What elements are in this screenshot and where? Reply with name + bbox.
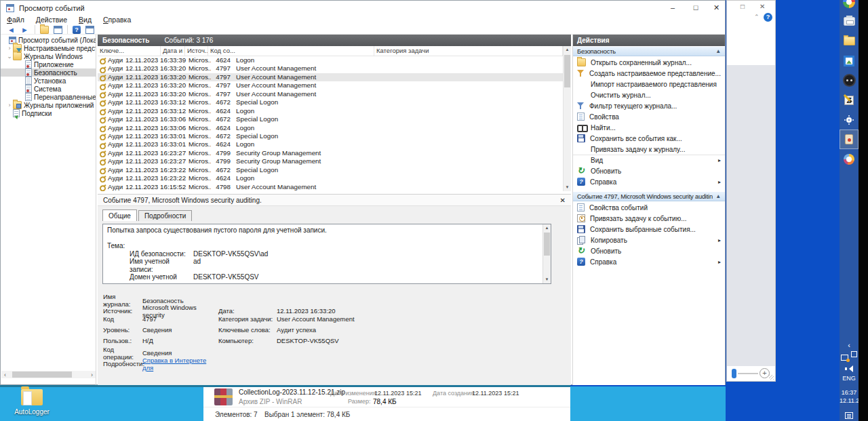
- collapse-icon[interactable]: ▲: [715, 48, 721, 54]
- action-refresh-event[interactable]: Обновить: [573, 245, 725, 256]
- tray-chevron-icon[interactable]: ‹: [840, 341, 859, 349]
- scrollbar-thumb[interactable]: [564, 55, 570, 87]
- menu-help[interactable]: Справка: [103, 16, 131, 24]
- action-event-properties[interactable]: Свойства событий: [573, 202, 725, 213]
- maximize-icon[interactable]: □: [741, 3, 745, 10]
- event-viewer-taskbar-icon[interactable]: [840, 129, 859, 149]
- column-header[interactable]: Ключе...: [98, 46, 161, 56]
- event-row[interactable]: Ауди... 12.11.2023 16:15:52 Micros... 47…: [98, 183, 563, 191]
- antivirus-icon[interactable]: [840, 71, 859, 90]
- event-row[interactable]: Ауди... 12.11.2023 16:23:27 Micros... 47…: [98, 149, 563, 157]
- event-row[interactable]: Ауди... 12.11.2023 16:33:20 Micros... 47…: [98, 73, 563, 81]
- tree-item-subscriptions[interactable]: Подписки: [1, 109, 96, 117]
- event-row[interactable]: Ауди... 12.11.2023 16:23:27 Micros... 47…: [98, 157, 563, 165]
- menu-action[interactable]: Действие: [36, 16, 67, 24]
- event-row[interactable]: Ауди... 12.11.2023 16:33:20 Micros... 47…: [98, 64, 563, 73]
- chevron-up-icon[interactable]: ⌃: [754, 14, 760, 20]
- action-view[interactable]: Вид ▸: [573, 155, 725, 165]
- scroll-down-icon[interactable]: ▼: [543, 276, 551, 283]
- scroll-down-icon[interactable]: ▼: [564, 184, 571, 191]
- language-indicator[interactable]: ENG: [840, 375, 859, 382]
- forward-icon[interactable]: [21, 26, 30, 34]
- tree-item-security[interactable]: Безопасность: [1, 68, 96, 77]
- action-clear-log[interactable]: Очистить журнал...: [573, 89, 725, 100]
- tree-item-application[interactable]: Приложение: [1, 60, 96, 68]
- tree-expander-icon[interactable]: ›: [6, 45, 13, 52]
- settings-icon[interactable]: [840, 110, 859, 129]
- event-row[interactable]: Ауди... 12.11.2023 16:33:06 Micros... 46…: [98, 115, 563, 123]
- action-copy[interactable]: Копировать ▸: [573, 235, 725, 245]
- file-explorer-icon[interactable]: [840, 31, 859, 51]
- tab-general[interactable]: Общие: [102, 209, 137, 221]
- action-import-custom-view[interactable]: Импорт настраиваемого представления: [573, 79, 725, 89]
- console-window-icon[interactable]: [85, 26, 94, 34]
- close-icon[interactable]: ✕: [760, 3, 765, 10]
- clock-date[interactable]: 12.11.20: [840, 397, 859, 404]
- event-row[interactable]: Ауди... 12.11.2023 16:33:39 Micros... 46…: [98, 56, 563, 64]
- browser-icon[interactable]: [840, 0, 859, 12]
- description-scrollbar[interactable]: ▲ ▼: [542, 224, 551, 283]
- tray-monitor-icon[interactable]: [841, 355, 848, 361]
- back-icon[interactable]: [7, 26, 16, 34]
- close-button[interactable]: ✕: [707, 1, 726, 16]
- action-open-saved-log[interactable]: Открыть сохраненный журнал...: [573, 57, 725, 68]
- event-row[interactable]: Ауди... 12.11.2023 16:23:22 Micros... 46…: [98, 166, 563, 174]
- resize-grip[interactable]: [769, 375, 774, 380]
- tray-volume[interactable]: [840, 363, 859, 375]
- media-app-icon[interactable]: [840, 51, 859, 71]
- tray-app-icon[interactable]: [851, 351, 857, 357]
- close-icon[interactable]: ✕: [560, 197, 566, 204]
- column-header[interactable]: Категория задачи: [374, 46, 560, 56]
- editor-icon[interactable]: [840, 90, 859, 110]
- event-row[interactable]: Ауди... 12.11.2023 16:23:22 Micros... 46…: [98, 174, 563, 182]
- console-window-icon[interactable]: [54, 26, 62, 34]
- paint-icon[interactable]: [840, 149, 859, 169]
- tree-expander-icon[interactable]: ⌄: [6, 53, 13, 60]
- help-icon[interactable]: ?: [764, 13, 772, 22]
- column-header[interactable]: Источ...: [185, 46, 208, 56]
- desktop-icon-autologger[interactable]: AutoLogger: [9, 389, 54, 416]
- zoom-slider[interactable]: [732, 369, 736, 378]
- event-row[interactable]: Ауди... 12.11.2023 16:33:20 Micros... 47…: [98, 90, 563, 98]
- event-row[interactable]: Ауди... 12.11.2023 16:33:01 Micros... 46…: [98, 140, 563, 148]
- event-row[interactable]: Ауди... 12.11.2023 16:33:20 Micros... 47…: [98, 81, 563, 89]
- tab-details[interactable]: Подробности: [138, 210, 192, 221]
- tree-item-windows-logs[interactable]: ⌄ Журналы Windows: [1, 52, 96, 60]
- action-attach-task-to-log[interactable]: Привязать задачу к журналу...: [573, 144, 725, 155]
- scroll-left-icon[interactable]: ‹: [1, 372, 9, 378]
- action-find[interactable]: Найти...: [573, 122, 725, 133]
- open-folder-icon[interactable]: [40, 26, 49, 34]
- zoom-track[interactable]: [738, 373, 758, 374]
- toolbar-separator[interactable]: [35, 25, 35, 34]
- scroll-right-icon[interactable]: ›: [88, 372, 96, 378]
- toolbar-separator[interactable]: [67, 25, 68, 34]
- event-row[interactable]: Ауди... 12.11.2023 16:33:12 Micros... 46…: [98, 98, 563, 106]
- scroll-up-icon[interactable]: ▲: [564, 46, 571, 54]
- collapse-icon[interactable]: ▲: [715, 193, 721, 199]
- actions-section-event[interactable]: Событие 4797, Microsoft Windows security…: [573, 192, 725, 201]
- scrollbar-thumb[interactable]: [544, 233, 550, 256]
- scrollbar-thumb[interactable]: [12, 372, 72, 378]
- event-row[interactable]: Ауди... 12.11.2023 16:33:06 Micros... 46…: [98, 124, 563, 132]
- menu-view[interactable]: Вид: [79, 16, 92, 24]
- action-save-selected-events[interactable]: Сохранить выбранные события...: [573, 224, 725, 235]
- action-help-event[interactable]: Справка ▸: [573, 256, 725, 267]
- action-filter-current-log[interactable]: Фильтр текущего журнала...: [573, 100, 725, 111]
- event-row[interactable]: Ауди... 12.11.2023 16:33:01 Micros... 46…: [98, 132, 563, 140]
- action-create-custom-view[interactable]: Создать настраиваемое представление...: [573, 68, 725, 79]
- column-header[interactable]: Дата и время: [161, 46, 185, 56]
- action-help[interactable]: Справка ▸: [573, 176, 725, 187]
- action-refresh[interactable]: Обновить: [573, 165, 725, 176]
- action-attach-task-to-event[interactable]: Привязать задачу к событию...: [573, 213, 725, 224]
- help-icon[interactable]: [73, 26, 81, 34]
- notification-center-icon[interactable]: [840, 409, 859, 421]
- menu-file[interactable]: Файл: [7, 16, 24, 24]
- action-properties[interactable]: Свойства: [573, 111, 725, 122]
- scroll-up-icon[interactable]: ▲: [543, 224, 551, 232]
- column-header[interactable]: Код со...: [208, 46, 374, 56]
- action-save-all-events[interactable]: Сохранить все события как...: [573, 133, 725, 144]
- event-list-scrollbar[interactable]: ▲ ▼: [563, 46, 571, 191]
- zoom-in-icon[interactable]: +: [760, 368, 770, 378]
- tree-expander-icon[interactable]: ›: [6, 102, 13, 108]
- actions-section-security[interactable]: Безопасность ▲: [573, 47, 725, 56]
